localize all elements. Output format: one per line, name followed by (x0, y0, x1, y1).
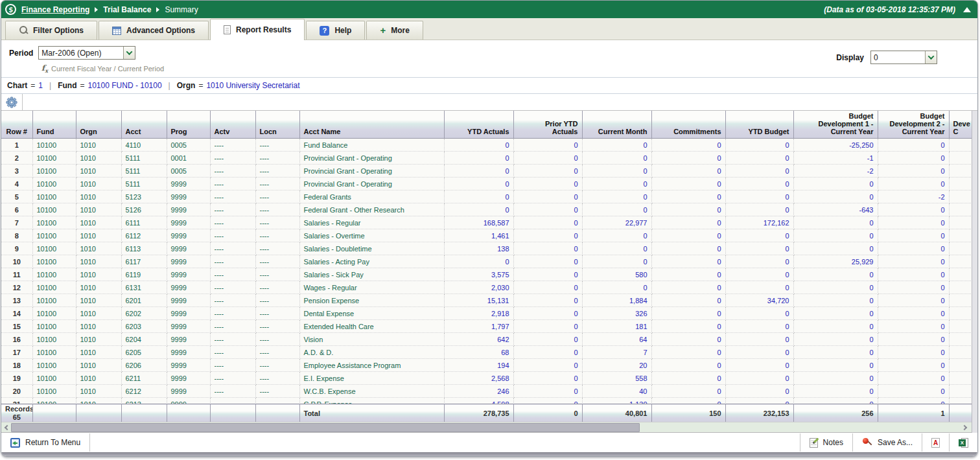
drilldown-value-cell[interactable]: 0 (582, 255, 651, 268)
drilldown-value-cell[interactable]: 0 (582, 165, 651, 178)
drilldown-value-cell[interactable]: 0 (878, 165, 949, 178)
drilldown-value-cell[interactable]: 0 (651, 268, 725, 281)
drilldown-value-cell[interactable]: 0 (513, 255, 582, 268)
drilldown-value-cell[interactable]: 0 (793, 320, 878, 333)
drilldown-value-cell[interactable]: 2,030 (444, 281, 513, 294)
drilldown-value-cell[interactable]: 0 (582, 139, 651, 152)
drilldown-value-cell[interactable]: 0 (651, 165, 725, 178)
drilldown-value-cell[interactable]: 0 (725, 281, 793, 294)
drilldown-value-cell[interactable]: 0 (878, 346, 949, 359)
drilldown-value-cell[interactable]: 0 (725, 385, 793, 398)
drilldown-value-cell[interactable]: 172,162 (725, 216, 793, 229)
drilldown-value-cell[interactable]: 0 (651, 229, 725, 242)
drilldown-value-cell[interactable]: 0 (878, 281, 949, 294)
drilldown-value-cell[interactable]: 0 (444, 139, 513, 152)
drilldown-value-cell[interactable]: 0 (793, 372, 878, 385)
drilldown-value-cell[interactable]: 0 (651, 294, 725, 307)
export-pdf-button[interactable]: A (922, 433, 949, 452)
drilldown-value-cell[interactable]: 0 (725, 320, 793, 333)
drilldown-value-cell[interactable]: 0 (513, 398, 582, 404)
drilldown-value-cell[interactable]: 181 (582, 320, 651, 333)
drilldown-value-cell[interactable]: 246 (444, 385, 513, 398)
drilldown-value-cell[interactable]: 0 (793, 385, 878, 398)
column-header[interactable]: Current Month (582, 111, 651, 139)
drilldown-value-cell[interactable]: 326 (582, 307, 651, 320)
breadcrumb-finance-reporting[interactable]: Finance Reporting (21, 5, 89, 14)
drilldown-value-cell[interactable]: 558 (582, 372, 651, 385)
drilldown-value-cell[interactable]: 0 (878, 398, 949, 404)
drilldown-value-cell[interactable]: 0 (725, 359, 793, 372)
column-header[interactable]: Budget Development 2 - Current Year (878, 111, 949, 139)
notes-button[interactable]: Notes (800, 433, 852, 452)
drilldown-value-cell[interactable]: 0 (444, 165, 513, 178)
drilldown-value-cell[interactable]: 0 (651, 398, 725, 404)
drilldown-value-cell[interactable]: 0 (725, 139, 793, 152)
drilldown-value-cell[interactable]: 0 (513, 281, 582, 294)
drilldown-value-cell[interactable]: 0 (513, 346, 582, 359)
tab-advanced-options[interactable]: Advanced Options (99, 21, 209, 40)
drilldown-value-cell[interactable]: 0 (513, 242, 582, 255)
drilldown-value-cell[interactable]: 0 (513, 203, 582, 216)
drilldown-value-cell[interactable]: 0 (725, 152, 793, 165)
drilldown-value-cell[interactable]: 0 (878, 203, 949, 216)
scroll-left-icon[interactable] (3, 424, 10, 431)
drilldown-value-cell[interactable]: 642 (444, 333, 513, 346)
drilldown-value-cell[interactable]: 0 (793, 346, 878, 359)
drilldown-value-cell[interactable]: 0 (513, 178, 582, 190)
drilldown-value-cell[interactable]: 64 (582, 333, 651, 346)
scroll-right-icon[interactable] (962, 424, 970, 431)
drilldown-value-cell[interactable]: 7 (582, 346, 651, 359)
save-as-button[interactable]: Save As... (853, 433, 922, 452)
drilldown-value-cell[interactable]: 0 (725, 346, 793, 359)
drilldown-value-cell[interactable]: 0 (582, 242, 651, 255)
drilldown-value-cell[interactable]: 15,131 (444, 294, 513, 307)
drilldown-value-cell[interactable]: 0 (878, 359, 949, 372)
period-dropdown-button[interactable] (123, 47, 135, 59)
drilldown-value-cell[interactable]: 0 (651, 372, 725, 385)
drilldown-value-cell[interactable]: 0 (793, 242, 878, 255)
drilldown-value-cell[interactable]: 1,884 (582, 294, 651, 307)
scrollbar-thumb[interactable] (11, 423, 640, 432)
drilldown-value-cell[interactable]: 0 (725, 229, 793, 242)
column-header[interactable]: Actv (210, 111, 255, 139)
drilldown-value-cell[interactable]: 0 (651, 255, 725, 268)
drilldown-value-cell[interactable]: 1,130 (582, 398, 651, 404)
drilldown-value-cell[interactable]: 168,587 (444, 216, 513, 229)
drilldown-value-cell[interactable]: 25,929 (793, 255, 878, 268)
drilldown-value-cell[interactable]: 0 (651, 216, 725, 229)
column-header[interactable]: Orgn (76, 111, 121, 139)
drilldown-value-cell[interactable]: 2,918 (444, 307, 513, 320)
drilldown-value-cell[interactable]: 0 (793, 229, 878, 242)
drilldown-value-cell[interactable]: 0 (513, 229, 582, 242)
drilldown-value-cell[interactable]: 1,797 (444, 320, 513, 333)
return-to-menu-button[interactable]: Return To Menu (1, 433, 89, 452)
drilldown-value-cell[interactable]: 0 (878, 255, 949, 268)
drilldown-value-cell[interactable]: 0 (725, 190, 793, 203)
display-select[interactable]: 0 (870, 51, 937, 64)
drilldown-value-cell[interactable]: 0 (878, 307, 949, 320)
drilldown-value-cell[interactable]: 0 (725, 165, 793, 178)
drilldown-value-cell[interactable]: 0 (513, 152, 582, 165)
drilldown-value-cell[interactable]: 0 (878, 152, 949, 165)
drilldown-value-cell[interactable]: 580 (582, 268, 651, 281)
drilldown-value-cell[interactable]: 0 (878, 216, 949, 229)
drilldown-value-cell[interactable]: 0 (651, 320, 725, 333)
drilldown-value-cell[interactable]: 0 (725, 398, 793, 404)
column-header[interactable]: Prog (167, 111, 210, 139)
drilldown-value-cell[interactable]: 0 (793, 190, 878, 203)
column-settings-gear-icon[interactable] (1, 94, 23, 110)
drilldown-value-cell[interactable]: 0 (725, 255, 793, 268)
drilldown-value-cell[interactable]: 0 (725, 178, 793, 190)
drilldown-value-cell[interactable]: 0 (513, 139, 582, 152)
drilldown-value-cell[interactable]: 0 (444, 190, 513, 203)
drilldown-value-cell[interactable]: 0 (513, 268, 582, 281)
drilldown-value-cell[interactable]: 1,461 (444, 229, 513, 242)
drilldown-value-cell[interactable]: 0 (793, 333, 878, 346)
period-select[interactable]: Mar-2006 (Open) (38, 46, 135, 60)
drilldown-value-cell[interactable]: 0 (725, 307, 793, 320)
column-header[interactable]: Row # (1, 111, 32, 139)
drilldown-value-cell[interactable]: 0 (725, 203, 793, 216)
drilldown-value-cell[interactable]: 0 (878, 242, 949, 255)
drilldown-value-cell[interactable]: 0 (878, 385, 949, 398)
drilldown-value-cell[interactable]: 0 (725, 242, 793, 255)
